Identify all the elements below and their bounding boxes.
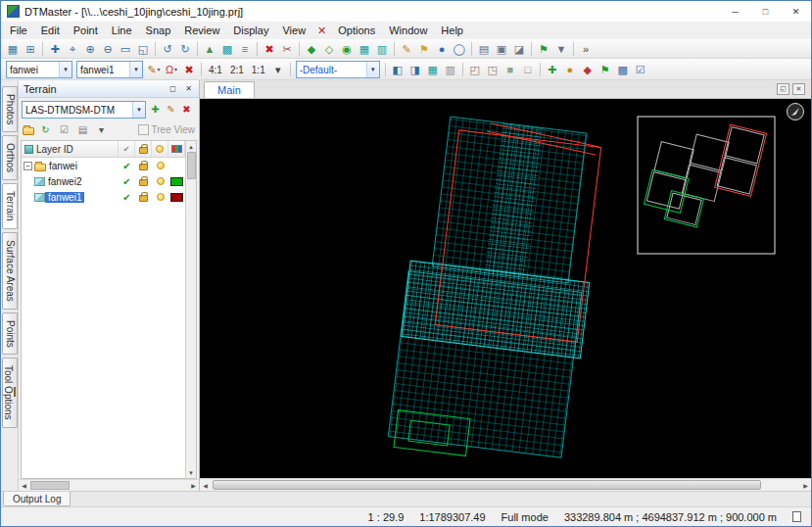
color-cell[interactable] [168, 173, 185, 189]
grid-surface-icon[interactable]: ▩ [218, 41, 236, 58]
layer-label-cell[interactable]: fanwei1 [22, 189, 119, 205]
terrain-panel-header[interactable]: Terrain ◻ ✕ [19, 80, 199, 98]
close-button[interactable]: ✕ [781, 1, 811, 22]
visibility-cell[interactable]: ✔ [119, 173, 135, 189]
color-column-header[interactable] [168, 141, 185, 157]
panel-horizontal-scrollbar[interactable]: ◀ ▶ [19, 479, 199, 491]
corner-nw-icon[interactable]: ◰ [466, 62, 484, 78]
combo-caret-icon[interactable]: ▾ [366, 62, 379, 77]
layer-row-fanwei1[interactable]: fanwei1✔ [22, 189, 185, 205]
tree-vertical-scrollbar[interactable]: ▲ ▼ [185, 141, 196, 478]
shade-mode-icon[interactable]: ◪ [510, 41, 528, 58]
combo-caret-icon[interactable]: ▾ [129, 62, 142, 77]
side-tab-surface-areas[interactable]: Surface Areas [2, 232, 18, 310]
tree-scroll-thumb[interactable] [187, 152, 196, 179]
menu-display[interactable]: Display [226, 24, 275, 37]
point-style-icon[interactable]: ● [561, 62, 579, 78]
contour-icon[interactable]: ≡ [236, 41, 254, 58]
layer-name[interactable]: fanwei1 [45, 192, 84, 203]
menu-snap[interactable]: Snap [139, 24, 178, 37]
zoom-ratio-1-1[interactable]: 1:1 [248, 65, 269, 75]
display-cell[interactable] [152, 173, 168, 189]
dropdown-caret-icon[interactable]: ▾ [174, 67, 177, 72]
add-dtm-icon[interactable]: ✚ [148, 103, 163, 118]
lock-cell[interactable] [135, 158, 152, 173]
draw-mode-icon[interactable]: ✎▾ [145, 62, 163, 78]
region-select-icon[interactable]: ▣ [493, 41, 510, 58]
viewport-drawing[interactable] [200, 99, 811, 478]
circle-point-icon[interactable]: ● [433, 41, 451, 58]
display-cell[interactable] [152, 189, 168, 205]
dsm-grid-icon[interactable]: ▥ [373, 41, 391, 58]
menu-line[interactable]: Line [105, 24, 139, 37]
hatch-style-icon[interactable]: ▩ [614, 62, 632, 78]
dropdown-caret-icon[interactable]: ▾ [158, 67, 161, 72]
zoom-window-icon[interactable]: ▭ [117, 41, 134, 58]
scroll-left-icon[interactable]: ◀ [19, 480, 29, 491]
add-feature-icon[interactable]: ✚ [544, 62, 561, 78]
tab-main[interactable]: Main [204, 81, 255, 98]
panel-scroll-thumb[interactable] [30, 481, 70, 490]
visibility-column-header[interactable]: ✔ [119, 141, 135, 157]
title-bar[interactable]: DTMaster - [\\...\ceshi_10jing\ceshi_10j… [1, 1, 811, 22]
close-panel-icon[interactable]: ✕ [181, 82, 196, 96]
fill-display-icon[interactable]: ■ [502, 62, 519, 78]
left-image-icon[interactable]: ◧ [389, 62, 406, 78]
table-view-icon[interactable]: ▤ [75, 122, 90, 137]
stereo-canvas[interactable] [200, 99, 811, 478]
combo-caret-icon[interactable]: ▾ [59, 62, 72, 77]
snap-magnet-icon[interactable]: Ω▾ [163, 62, 180, 78]
open-terrain-icon[interactable] [23, 127, 34, 135]
tree-view-checkbox[interactable] [138, 124, 149, 135]
color-cell[interactable] [168, 158, 185, 173]
main-horizontal-scrollbar[interactable]: ◀ ▶ [200, 478, 811, 491]
option-check-icon[interactable]: ☑ [632, 62, 649, 78]
right-image-icon[interactable]: ◨ [406, 62, 424, 78]
finish-flag-icon[interactable]: ⚑ [535, 41, 552, 58]
circle-tool-icon[interactable]: ◯ [451, 41, 468, 58]
tab-output-log[interactable]: Output Log [3, 492, 71, 506]
lock-column-header[interactable] [135, 141, 152, 157]
view-compass-button[interactable] [788, 104, 804, 120]
previous-view-icon[interactable]: ↺ [159, 41, 176, 58]
clear-selection-icon[interactable]: ✖ [180, 62, 198, 78]
close-view-icon[interactable]: ✕ [792, 83, 805, 95]
active-range-combo[interactable]: fanwei▾ [6, 61, 72, 78]
scroll-right-icon[interactable]: ▶ [800, 480, 811, 491]
side-tab-tool-options[interactable]: Tool Options [2, 358, 18, 428]
scroll-right-icon[interactable]: ▶ [188, 480, 199, 491]
status-doc-icon[interactable] [792, 511, 801, 522]
dock-panel-icon[interactable]: ◻ [166, 82, 180, 96]
menu-window[interactable]: Window [382, 24, 434, 37]
menu-file[interactable]: File [3, 24, 34, 37]
layer-name[interactable]: fanwei [46, 161, 80, 171]
layer-id-column-header[interactable]: Layer ID [22, 141, 119, 157]
main-scroll-thumb[interactable] [213, 480, 761, 490]
overview-minimap[interactable] [638, 109, 775, 254]
remove-dtm-icon[interactable]: ✖ [179, 103, 194, 118]
menu-options[interactable]: Options [331, 24, 382, 37]
tree-view-toggle[interactable]: Tree View [138, 124, 195, 135]
color-cell[interactable] [168, 189, 185, 205]
tree-expander-icon[interactable]: − [24, 162, 32, 170]
row-display-icon[interactable]: ▥ [442, 62, 459, 78]
next-view-icon[interactable]: ↻ [176, 41, 194, 58]
edit-dtm-icon[interactable]: ✎ [164, 103, 178, 118]
menu-close-doc-icon[interactable]: ✕ [312, 24, 331, 38]
minimize-button[interactable]: ─ [720, 1, 750, 22]
cut-icon[interactable]: ✂ [278, 41, 296, 58]
scroll-down-icon[interactable]: ▼ [186, 467, 197, 478]
menu-point[interactable]: Point [67, 24, 105, 37]
menu-view[interactable]: View [275, 24, 312, 37]
edit-attributes-icon[interactable]: ☑ [57, 122, 72, 137]
display-profile-combo[interactable]: -Default-▾ [296, 61, 380, 78]
refresh-icon[interactable]: ↻ [38, 122, 53, 137]
snap-point-icon[interactable]: ◉ [338, 41, 356, 58]
combo-caret-icon[interactable]: ▾ [132, 102, 145, 118]
zoom-ratio-2-1[interactable]: 2:1 [226, 65, 248, 75]
side-tab-photos[interactable]: Photos [2, 86, 18, 132]
scroll-up-icon[interactable]: ▲ [186, 141, 197, 152]
more-tools-icon[interactable]: ▼ [552, 41, 570, 58]
active-layer-combo[interactable]: fanwei1▾ [76, 61, 143, 78]
menu-edit[interactable]: Edit [34, 24, 67, 37]
